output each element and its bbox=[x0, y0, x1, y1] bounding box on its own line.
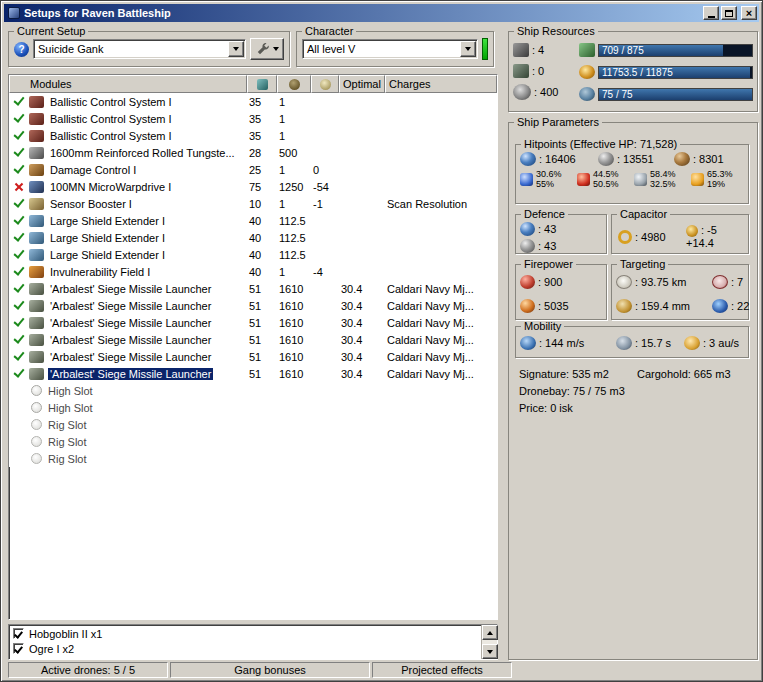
volley-value: : 5035 bbox=[538, 300, 569, 312]
module-row[interactable]: Large Shield Extender I 40 112.5 bbox=[9, 212, 497, 229]
module-row[interactable]: High Slot bbox=[9, 399, 497, 416]
module-row[interactable]: Damage Control I 25 1 0 bbox=[9, 161, 497, 178]
help-icon[interactable]: ? bbox=[14, 42, 29, 57]
max-targets-icon bbox=[712, 275, 728, 289]
chevron-down-icon bbox=[233, 47, 239, 51]
module-row[interactable]: Ballistic Control System I 35 1 bbox=[9, 93, 497, 110]
scroll-down-button[interactable] bbox=[482, 644, 498, 659]
module-row[interactable]: Sensor Booster I 10 1 -1 Scan Resolution bbox=[9, 195, 497, 212]
module-row[interactable]: Rig Slot bbox=[9, 450, 497, 467]
setup-combobox[interactable]: Suicide Gank bbox=[33, 39, 246, 59]
optimal-column-header[interactable]: Optimal bbox=[339, 75, 385, 93]
character-skill-bar bbox=[482, 38, 488, 60]
resistances-row: 30.6% 55% 44.5% 50.5% 58.4% 32 bbox=[516, 166, 748, 189]
module-optimal-value: 30.4 bbox=[339, 368, 385, 380]
module-optimal-value: 30.4 bbox=[339, 283, 385, 295]
armor-resist-value: 55% bbox=[536, 179, 562, 189]
character-combobox[interactable]: All level V bbox=[302, 39, 478, 59]
module-row[interactable]: 'Arbalest' Siege Missile Launcher 51 161… bbox=[9, 365, 497, 382]
module-name: Rig Slot bbox=[46, 436, 245, 448]
armor-defence-icon bbox=[520, 239, 535, 253]
module-type-icon bbox=[29, 96, 44, 108]
title-bar[interactable]: Setups for Raven Battleship × bbox=[4, 4, 759, 22]
scroll-up-button[interactable] bbox=[482, 625, 498, 640]
max-targets-value: : 7 bbox=[731, 276, 743, 288]
structure-hp-icon bbox=[674, 152, 690, 166]
character-combobox-arrow[interactable] bbox=[460, 41, 476, 57]
module-row[interactable]: 'Arbalest' Siege Missile Launcher 51 161… bbox=[9, 297, 497, 314]
status-gang-bonuses[interactable]: Gang bonuses bbox=[170, 662, 370, 678]
module-row[interactable]: Large Shield Extender I 40 112.5 bbox=[9, 246, 497, 263]
shield-hp-value: : 16406 bbox=[539, 153, 576, 165]
drones-listbox: Hobgoblin II x1 Ogre I x2 bbox=[8, 624, 498, 660]
module-row[interactable]: 1600mm Reinforced Rolled Tungste... 28 5… bbox=[9, 144, 497, 161]
module-status-icon bbox=[9, 246, 29, 263]
targeting-range-icon bbox=[616, 275, 632, 289]
chevron-down-icon bbox=[273, 47, 279, 51]
module-name: Ballistic Control System I bbox=[48, 96, 247, 108]
module-charges-value: Caldari Navy Mj... bbox=[385, 283, 497, 295]
module-row[interactable]: Rig Slot bbox=[9, 416, 497, 433]
capacitor-column-header[interactable] bbox=[311, 75, 339, 93]
module-charges-value: Caldari Navy Mj... bbox=[385, 334, 497, 346]
module-row[interactable]: Rig Slot bbox=[9, 433, 497, 450]
setup-tools-button[interactable] bbox=[250, 38, 284, 60]
module-charges-value: Caldari Navy Mj... bbox=[385, 317, 497, 329]
module-powergrid-value: 112.5 bbox=[277, 232, 311, 244]
shield-hp-icon bbox=[520, 152, 536, 166]
resource-bars-column: 709 / 875 11753.5 / 11875 bbox=[579, 39, 753, 105]
module-cpu-value: 35 bbox=[247, 130, 277, 142]
module-row[interactable]: 'Arbalest' Siege Missile Launcher 51 161… bbox=[9, 280, 497, 297]
module-name: High Slot bbox=[46, 385, 245, 397]
cpu-bar: 709 / 875 bbox=[598, 44, 753, 57]
defence-label: Defence bbox=[521, 208, 568, 220]
minimize-button[interactable] bbox=[703, 6, 719, 20]
drone-row[interactable]: Hobgoblin II x1 bbox=[9, 626, 481, 641]
module-row[interactable]: High Slot bbox=[9, 382, 497, 399]
modules-column-header[interactable]: Modules bbox=[9, 75, 247, 93]
module-name: 1600mm Reinforced Rolled Tungste... bbox=[48, 147, 247, 159]
module-row[interactable]: 'Arbalest' Siege Missile Launcher 51 161… bbox=[9, 348, 497, 365]
maximize-button[interactable] bbox=[721, 6, 737, 20]
close-button[interactable]: × bbox=[741, 6, 757, 20]
drone-row[interactable]: Ogre I x2 bbox=[9, 641, 481, 656]
module-powergrid-value: 1 bbox=[277, 266, 311, 278]
character-combobox-value: All level V bbox=[303, 43, 460, 55]
ship-resources-label: Ship Resources bbox=[514, 25, 598, 37]
module-row[interactable]: Ballistic Control System I 35 1 bbox=[9, 110, 497, 127]
drone-checkbox[interactable] bbox=[13, 628, 24, 639]
module-row[interactable]: Ballistic Control System I 35 1 bbox=[9, 127, 497, 144]
module-charges-value: Caldari Navy Mj... bbox=[385, 351, 497, 363]
setup-combobox-value: Suicide Gank bbox=[34, 43, 228, 55]
defence-group: Defence : 43 : 43 bbox=[515, 208, 607, 254]
ship-parameters-label: Ship Parameters bbox=[514, 116, 602, 128]
module-status-icon bbox=[9, 416, 29, 433]
shield-resist-value: 65.3% bbox=[707, 169, 733, 179]
maximize-icon bbox=[725, 10, 733, 17]
module-row[interactable]: 100MN MicroWarpdrive I 75 1250 -54 bbox=[9, 178, 497, 195]
charges-column-header[interactable]: Charges bbox=[385, 75, 497, 93]
module-row[interactable]: Invulnerability Field I 40 1 -4 bbox=[9, 263, 497, 280]
price-value: Price: 0 isk bbox=[519, 402, 573, 414]
module-row[interactable]: 'Arbalest' Siege Missile Launcher 51 161… bbox=[9, 314, 497, 331]
shield-resist-value: 58.4% bbox=[650, 169, 676, 179]
setup-combobox-arrow[interactable] bbox=[228, 41, 244, 57]
status-projected-effects[interactable]: Projected effects bbox=[372, 662, 512, 678]
module-name-text: Invulnerability Field I bbox=[48, 266, 152, 278]
drone-checkbox[interactable] bbox=[13, 643, 24, 654]
module-cap-value: 0 bbox=[311, 164, 339, 176]
drone-label: Hobgoblin II x1 bbox=[29, 628, 102, 640]
module-row[interactable]: 'Arbalest' Siege Missile Launcher 51 161… bbox=[9, 331, 497, 348]
module-row[interactable]: Large Shield Extender I 40 112.5 bbox=[9, 229, 497, 246]
drones-scrollbar[interactable] bbox=[481, 625, 497, 659]
cpu-column-header[interactable] bbox=[247, 75, 277, 93]
volley-icon bbox=[520, 299, 535, 313]
powergrid-column-header[interactable] bbox=[277, 75, 311, 93]
module-powergrid-value: 112.5 bbox=[277, 215, 311, 227]
hitpoints-group: Hitpoints (Effective HP: 71,528) : 16406… bbox=[515, 138, 749, 204]
powergrid-bar-text: 11753.5 / 11875 bbox=[599, 67, 752, 78]
sensor-strength-icon bbox=[712, 299, 728, 313]
module-type-icon bbox=[29, 130, 44, 142]
firepower-label: Firepower bbox=[521, 258, 576, 270]
module-name-text: Ballistic Control System I bbox=[48, 96, 174, 108]
